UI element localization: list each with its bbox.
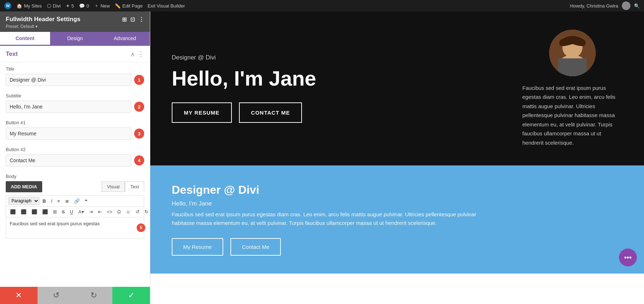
restore-icon[interactable]: ⊞ (122, 16, 127, 23)
field-number-2: 2 (134, 102, 144, 112)
button1-input[interactable] (6, 127, 131, 140)
text-tab-button[interactable]: Text (125, 182, 144, 192)
section-header-controls: ∧ ⋮ (131, 50, 144, 58)
wp-logo-item[interactable]: W (4, 2, 11, 9)
text-section-title: Text (6, 50, 18, 58)
new-item[interactable]: ＋ New (94, 3, 110, 9)
blue-resume-button[interactable]: My Resume (172, 238, 223, 256)
hero-buttons: MY RESUME CONTACT ME (172, 102, 522, 123)
hero-tagline: Designer @ Divi (172, 54, 522, 61)
table-button[interactable]: ⊞ (51, 208, 59, 216)
subtitle-input[interactable] (6, 101, 131, 113)
hero-left: Designer @ Divi Hello, I'm Jane MY RESUM… (172, 54, 522, 123)
field-number-3: 3 (134, 129, 144, 139)
text-color-button[interactable]: A▾ (77, 208, 86, 216)
redo-button[interactable]: ↻ (75, 287, 113, 304)
save-button[interactable]: ✓ (112, 287, 150, 304)
unordered-list-button[interactable]: ≡ (55, 197, 62, 205)
cancel-icon: ✕ (15, 291, 22, 300)
body-section: Body ADD MEDIA Visual Text (0, 170, 150, 242)
preset-label: Preset: Default ▾ (6, 24, 38, 29)
preset-selector[interactable]: Preset: Default ▾ (6, 24, 144, 29)
align-center-button[interactable]: ⬛ (19, 208, 28, 216)
align-justify-button[interactable]: ⬛ (40, 208, 50, 216)
add-media-button[interactable]: ADD MEDIA (6, 181, 42, 192)
bottom-bar: ✕ ↺ ↻ ✓ (0, 287, 150, 304)
avatar-svg (549, 30, 596, 76)
ordered-list-button[interactable]: ≣ (63, 197, 71, 205)
strikethrough-button[interactable]: S̶ (60, 208, 67, 216)
undo-button[interactable]: ↺ (38, 287, 75, 304)
redo-toolbar-button[interactable]: ↻ (143, 208, 150, 216)
align-left-button[interactable]: ⬛ (8, 208, 18, 216)
divi-item[interactable]: ⬡ Divi (47, 3, 61, 9)
hero-right: Faucibus sed sed erat ipsum purus egesta… (522, 30, 623, 148)
comments-count: 5 (72, 3, 74, 9)
blue-subtitle: Hello, I'm Jane (172, 200, 623, 207)
special-char-button[interactable]: Ω (116, 208, 123, 216)
hero-section: Designer @ Divi Hello, I'm Jane MY RESUM… (150, 11, 644, 165)
cancel-button[interactable]: ✕ (0, 287, 38, 304)
indent-button[interactable]: ⇥ (87, 208, 95, 216)
button1-field-group: Button #1 3 (0, 116, 150, 143)
button2-input[interactable] (6, 154, 131, 167)
hero-resume-button[interactable]: MY RESUME (172, 102, 232, 123)
button1-field-row: 3 (6, 127, 144, 140)
divi-logo-icon: ⬡ (47, 3, 51, 9)
collapse-button[interactable]: ∧ (131, 51, 135, 58)
section-more-button[interactable]: ⋮ (138, 50, 144, 58)
blue-description: Faucibus sed sed erat ipsum purus egesta… (172, 210, 494, 227)
subtitle-field-row: 2 (6, 101, 144, 113)
outdent-button[interactable]: ⇤ (96, 208, 104, 216)
my-sites-label: My Sites (24, 3, 42, 9)
fab-button[interactable]: ••• (619, 248, 637, 266)
title-field-row: 1 (6, 74, 144, 86)
wp-admin-bar: W 🏠 My Sites ⬡ Divi ✶ 5 💬 0 ＋ New ✏️ Edi… (0, 0, 644, 11)
home-icon: 🏠 (16, 3, 22, 9)
emoji-button[interactable]: ☺ (124, 208, 132, 216)
button2-field-group: Button #2 4 (0, 143, 150, 170)
fab-icon: ••• (624, 254, 631, 262)
new-label: New (101, 3, 110, 9)
my-sites-item[interactable]: 🏠 My Sites (16, 3, 42, 9)
panel-title-text: Fullwidth Header Settings (6, 16, 80, 23)
text-section-header: Text ∧ ⋮ (0, 46, 150, 63)
field-number-1: 1 (134, 75, 144, 85)
howdy-label: Howdy, Christina Gwira (570, 3, 618, 9)
blue-buttons: My Resume Contact Me (172, 238, 623, 256)
more-options-icon[interactable]: ⋮ (138, 16, 144, 23)
avatar-image (549, 30, 596, 76)
exit-builder-label: Exit Visual Builder (147, 3, 185, 9)
visual-tab-button[interactable]: Visual (102, 182, 125, 192)
body-text: Faucibus sed sed erat ipsum purus egesta… (10, 221, 99, 226)
blue-contact-button[interactable]: Contact Me (230, 238, 281, 256)
left-panel: Fullwidth Header Settings ⊞ ⊡ ⋮ Preset: … (0, 11, 150, 304)
edit-page-item[interactable]: ✏️ Edit Page (115, 3, 142, 9)
wp-icon: W (4, 2, 11, 9)
underline-button[interactable]: U̲ (68, 208, 75, 216)
plus-icon: ＋ (94, 3, 99, 9)
hero-title: Hello, I'm Jane (172, 67, 522, 90)
tab-design[interactable]: Design (50, 32, 100, 46)
undo-toolbar-button[interactable]: ↺ (134, 208, 141, 216)
field-number-5: 5 (137, 223, 145, 232)
exit-builder-item[interactable]: Exit Visual Builder (147, 3, 185, 9)
blockquote-button[interactable]: ❝ (83, 197, 89, 205)
tab-content[interactable]: Content (0, 32, 50, 46)
title-input[interactable] (6, 74, 131, 86)
link-button[interactable]: 🔗 (72, 197, 82, 205)
code-button[interactable]: <> (105, 208, 114, 216)
hero-contact-button[interactable]: CONTACT ME (239, 102, 302, 123)
editor-tabs: Visual Text (102, 182, 144, 192)
tab-advanced[interactable]: Advanced (100, 32, 150, 46)
expand-icon[interactable]: ⊡ (130, 16, 135, 23)
search-icon[interactable]: 🔍 (634, 3, 640, 9)
align-right-button[interactable]: ⬛ (30, 208, 39, 216)
paragraph-select[interactable]: Paragraph (8, 197, 39, 205)
bubbles-item[interactable]: 💬 0 (79, 3, 89, 9)
editor-body[interactable]: Faucibus sed sed erat ipsum purus egesta… (6, 217, 144, 238)
comments-item[interactable]: ✶ 5 (66, 3, 74, 9)
field-number-4: 4 (134, 155, 144, 165)
italic-button[interactable]: I (49, 197, 54, 205)
bold-button[interactable]: B (41, 197, 48, 205)
